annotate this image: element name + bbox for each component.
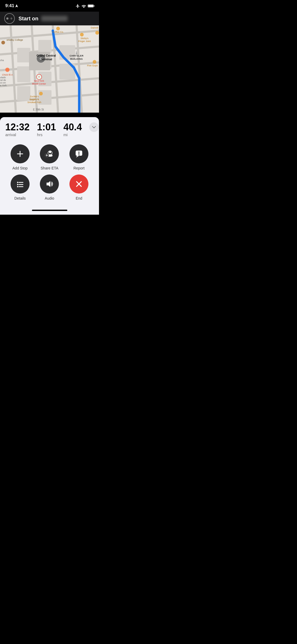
report-circle	[69, 144, 88, 163]
svg-point-72	[17, 186, 18, 187]
status-icons	[76, 4, 95, 8]
share-eta-button[interactable]: Share ETA	[35, 144, 64, 170]
report-button[interactable]: Report	[64, 144, 94, 170]
svg-point-70	[17, 184, 18, 185]
distance-item: 40.4 mi	[63, 122, 82, 137]
share-eta-circle	[40, 144, 59, 163]
actions-grid: Add Stop Share ETA	[5, 144, 94, 206]
arrival-time-item: 12:32 arrival	[5, 122, 30, 137]
x-icon	[75, 180, 83, 188]
audio-label: Audio	[45, 196, 54, 200]
map-area[interactable]: ★ Grand Central Terminal CHRYSLER BUILDI…	[0, 25, 99, 113]
svg-text:Coffee Co.: Coffee Co.	[53, 31, 64, 33]
svg-point-41	[93, 60, 96, 64]
svg-text:ral de: ral de	[0, 79, 6, 81]
street-name-blurred	[41, 16, 68, 21]
svg-text:Blood Center: Blood Center	[32, 82, 46, 85]
report-icon	[75, 150, 83, 158]
eta-row: 12:32 arrival 1:01 hrs 40.4 mi	[5, 122, 94, 137]
svg-text:New York: New York	[34, 80, 44, 82]
route-icon	[4, 13, 15, 24]
distance-label: mi	[63, 132, 82, 137]
details-label: Details	[14, 196, 26, 200]
svg-rect-13	[17, 48, 30, 62]
svg-text:E 39th St: E 39th St	[33, 108, 44, 111]
status-bar: 9:41	[0, 0, 99, 12]
svg-text:BUILDING: BUILDING	[70, 58, 83, 60]
svg-point-36	[56, 27, 60, 30]
add-stop-button[interactable]: Add Stop	[5, 144, 35, 170]
list-icon	[16, 180, 24, 188]
svg-point-38	[80, 33, 84, 36]
share-eta-icon	[44, 150, 54, 158]
svg-point-67	[78, 155, 79, 156]
battery-icon	[88, 4, 95, 8]
svg-text:ulado: ulado	[0, 76, 6, 79]
svg-marker-65	[76, 156, 79, 158]
plus-icon	[16, 150, 24, 158]
svg-text:Zucker's: Zucker's	[30, 95, 39, 98]
end-label: End	[76, 196, 82, 200]
svg-text:Terminal: Terminal	[40, 58, 52, 61]
svg-text:Bagels &: Bagels &	[30, 98, 39, 101]
duration-value: 1:01	[37, 122, 56, 132]
report-label: Report	[73, 166, 84, 170]
svg-text:Finger Joint: Finger Joint	[78, 40, 91, 43]
audio-icon	[45, 180, 54, 188]
distance-value: 40.4	[63, 122, 82, 132]
home-bar	[32, 210, 67, 211]
nav-instruction: Start on	[18, 16, 68, 22]
svg-text:Five Guys: Five Guys	[87, 64, 98, 67]
svg-point-60	[49, 151, 51, 153]
duration-label: hrs	[37, 132, 56, 137]
audio-button[interactable]: Audio	[35, 174, 64, 200]
status-time: 9:41	[5, 3, 18, 8]
collapse-button[interactable]	[89, 122, 99, 132]
svg-rect-14	[38, 40, 51, 53]
svg-rect-1	[88, 5, 93, 7]
audio-circle	[40, 174, 59, 194]
svg-text:Smoked Fish: Smoked Fish	[27, 101, 41, 104]
svg-point-47	[1, 41, 5, 44]
chevron-down-icon	[92, 126, 96, 128]
svg-text:Dainob: Dainob	[91, 26, 98, 29]
svg-text:co en: co en	[0, 81, 6, 84]
arrival-time-value: 12:32	[5, 122, 30, 132]
svg-text:Sticky's: Sticky's	[81, 37, 89, 40]
svg-text:Grand Central: Grand Central	[36, 54, 56, 57]
add-stop-label: Add Stop	[12, 166, 28, 170]
svg-text:CHRYSLER: CHRYSLER	[69, 54, 83, 57]
svg-text:Chick-fil-A: Chick-fil-A	[2, 73, 13, 76]
airplane-icon	[76, 4, 80, 8]
svg-text:a York: a York	[0, 84, 7, 87]
svg-marker-74	[47, 181, 50, 187]
route-arrow-icon	[9, 17, 13, 20]
home-indicator	[5, 206, 94, 215]
svg-rect-17	[17, 66, 30, 82]
wifi-icon	[82, 4, 86, 8]
svg-point-55	[95, 31, 99, 35]
bottom-sheet: 12:32 arrival 1:01 hrs 40.4 mi	[0, 117, 99, 215]
svg-point-68	[17, 182, 18, 183]
map-svg: ★ Grand Central Terminal CHRYSLER BUILDI…	[0, 25, 99, 113]
arrival-label: arrival	[5, 132, 30, 137]
location-arrow-icon	[15, 4, 18, 7]
svg-point-43	[39, 92, 43, 95]
route-dot	[6, 17, 8, 20]
end-circle	[69, 174, 88, 194]
svg-point-34	[5, 68, 10, 72]
start-label: Start on	[18, 16, 39, 22]
svg-text:+: +	[38, 75, 40, 79]
svg-text:erkeley College: erkeley College	[7, 39, 23, 41]
share-eta-label: Share ETA	[41, 166, 58, 170]
clock: 9:41	[5, 3, 14, 8]
details-circle	[11, 174, 30, 194]
end-button[interactable]: End	[64, 174, 94, 200]
svg-rect-2	[94, 5, 95, 6]
add-stop-circle	[11, 144, 30, 163]
nav-bar: Start on	[0, 12, 99, 25]
duration-item: 1:01 hrs	[37, 122, 56, 137]
svg-rect-20	[17, 86, 30, 101]
svg-text:cha: cha	[0, 59, 4, 62]
details-button[interactable]: Details	[5, 174, 35, 200]
